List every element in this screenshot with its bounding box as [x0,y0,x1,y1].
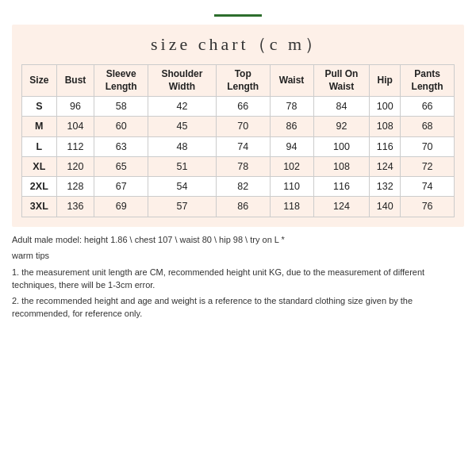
table-cell: 84 [313,97,370,117]
table-cell: 74 [216,136,270,156]
table-cell: 66 [216,97,270,117]
note-2: 2. the recommended height and age and we… [12,294,464,321]
table-cell: 108 [313,156,370,176]
table-cell: 67 [94,177,148,197]
table-cell: 116 [370,136,401,156]
table-cell: 86 [270,117,313,136]
table-cell: 124 [313,197,370,217]
table-cell: 70 [401,136,455,156]
chart-title: size chart（c m） [21,33,455,56]
table-header-cell: Pants Length [401,65,455,97]
table-cell: 132 [370,177,401,197]
table-cell: 51 [148,156,217,176]
table-cell: 70 [216,117,270,136]
table-cell: 42 [148,97,217,117]
table-cell: 72 [401,156,455,176]
table-cell: 110 [270,177,313,197]
table-cell: 118 [270,197,313,217]
chart-container: size chart（c m） SizeBustSleeve LengthSho… [12,25,464,227]
table-header-cell: Size [22,65,57,97]
table-cell: 65 [94,156,148,176]
table-cell: 140 [370,197,401,217]
table-cell: 63 [94,136,148,156]
table-cell: 100 [313,136,370,156]
table-cell: 136 [56,197,94,217]
notes-section: Adult male model: height 1.86 \ chest 10… [12,233,464,323]
table-row: 3XL13669578611812414076 [22,197,455,217]
table-cell: 45 [148,117,217,136]
note-1: 1. the measurement unit length are CM, r… [12,266,464,292]
table-cell: 112 [56,136,94,156]
table-header-cell: Sleeve Length [94,65,148,97]
table-cell: 128 [56,177,94,197]
model-note: Adult male model: height 1.86 \ chest 10… [12,233,464,247]
table-cell: 76 [401,197,455,217]
top-decoration [0,0,476,25]
table-header-row: SizeBustSleeve LengthShoulder WidthTop L… [22,65,455,97]
table-cell: 82 [216,177,270,197]
table-cell: L [22,136,57,156]
table-cell: 60 [94,117,148,136]
size-chart-table: SizeBustSleeve LengthShoulder WidthTop L… [21,64,455,217]
table-row: S96584266788410066 [22,97,455,117]
table-cell: 86 [216,197,270,217]
table-cell: 124 [370,156,401,176]
table-header-cell: Hip [370,65,401,97]
table-cell: 104 [56,117,94,136]
table-row: 2XL12867548211011613274 [22,177,455,197]
table-row: L1126348749410011670 [22,136,455,156]
table-cell: 78 [270,97,313,117]
table-cell: XL [22,156,57,176]
warm-tips: warm tips [12,249,464,263]
table-cell: 54 [148,177,217,197]
table-cell: 68 [401,117,455,136]
table-header-cell: Top Length [216,65,270,97]
table-cell: 74 [401,177,455,197]
top-line [214,14,262,17]
table-cell: 94 [270,136,313,156]
table-cell: 57 [148,197,217,217]
table-cell: 92 [313,117,370,136]
table-cell: 66 [401,97,455,117]
table-row: XL12065517810210812472 [22,156,455,176]
table-cell: 2XL [22,177,57,197]
table-cell: 108 [370,117,401,136]
table-cell: 78 [216,156,270,176]
table-cell: S [22,97,57,117]
table-row: M104604570869210868 [22,117,455,136]
table-header-cell: Pull On Waist [313,65,370,97]
table-cell: 116 [313,177,370,197]
table-cell: 3XL [22,197,57,217]
table-cell: 58 [94,97,148,117]
table-cell: 100 [370,97,401,117]
table-cell: 48 [148,136,217,156]
table-header-cell: Bust [56,65,94,97]
table-header-cell: Shoulder Width [148,65,217,97]
table-body: S96584266788410066M104604570869210868L11… [22,97,455,217]
table-cell: 69 [94,197,148,217]
table-cell: M [22,117,57,136]
table-cell: 96 [56,97,94,117]
table-header-cell: Waist [270,65,313,97]
table-cell: 120 [56,156,94,176]
table-cell: 102 [270,156,313,176]
